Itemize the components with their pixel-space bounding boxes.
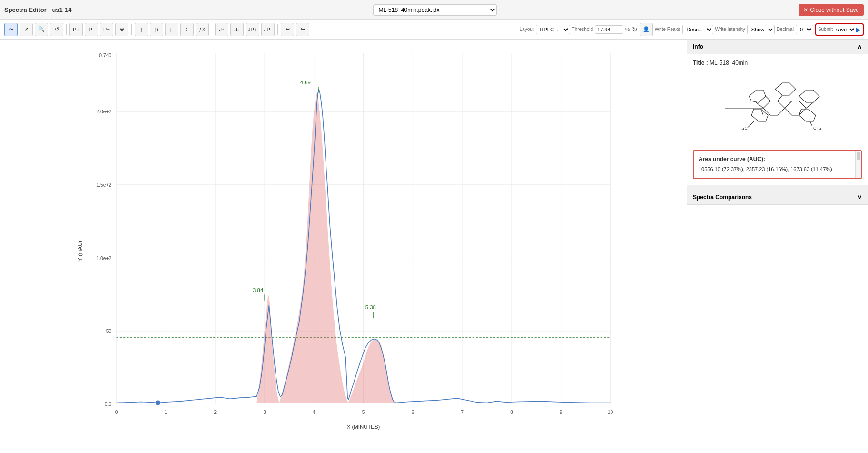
title-value: ML-518_40min — [710, 60, 748, 66]
file-selector: ML-518_40min.peak.jdx — [373, 4, 497, 16]
j-up-icon: J↑ — [219, 27, 225, 32]
info-title: Title : ML-518_40min — [693, 60, 862, 66]
sum-icon: Σ — [186, 27, 189, 32]
jp-plus-button[interactable]: JP+ — [246, 23, 259, 36]
jp-minus-icon: JP- — [264, 27, 272, 32]
integral-minus-icon: ∫- — [170, 27, 174, 32]
y-axis-label: Y (mAU) — [77, 241, 83, 262]
submit-select[interactable]: save — [833, 25, 856, 34]
x-tick-4: 4 — [313, 410, 316, 415]
svg-text:CH₃: CH₃ — [813, 126, 821, 131]
fx-button[interactable]: ƒX — [196, 23, 209, 36]
peak-label-2: 3.84 — [253, 287, 264, 293]
jp-minus-button[interactable]: JP- — [261, 23, 275, 36]
info-section-header[interactable]: Info ∧ — [687, 40, 868, 54]
redo-icon: ↪ — [301, 26, 305, 32]
file-dropdown[interactable]: ML-518_40min.peak.jdx — [373, 4, 497, 16]
spectra-comparisons-header[interactable]: Spectra Comparisons ∨ — [687, 190, 868, 204]
loupe-icon: 🔍 — [38, 26, 45, 32]
pan-button[interactable]: ↗ — [20, 23, 33, 36]
write-intensity-label: Write Intensity — [715, 27, 745, 32]
peak-mark-button[interactable]: P~ — [100, 23, 113, 36]
zoom-button[interactable]: 〜 — [4, 23, 18, 36]
peak-add-button[interactable]: P+ — [69, 23, 83, 36]
separator-4 — [277, 24, 278, 35]
x-tick-1: 1 — [165, 410, 168, 415]
crosshair-button[interactable]: ⊕ — [115, 23, 128, 36]
peak-label-3: 5.38 — [365, 304, 376, 310]
auc-title: Area under curve (AUC): — [699, 156, 856, 162]
right-panel: Info ∧ Title : ML-518_40min — [687, 40, 868, 453]
write-peaks-select[interactable]: Desc... — [682, 25, 713, 34]
threshold-refresh-button[interactable]: ↻ — [632, 26, 638, 33]
write-peaks-label: Write Peaks — [655, 27, 681, 32]
peak-remove-icon: P- — [89, 27, 94, 32]
chart-area[interactable]: 4.69 3.84 5.38 0.0 50 1.0e+2 1.5e+2 2.0e… — [0, 40, 687, 453]
threshold-input[interactable] — [595, 25, 623, 34]
undo-button[interactable]: ↩ — [281, 23, 294, 36]
svg-line-38 — [748, 121, 754, 127]
decimal-label: Decimal — [777, 27, 794, 32]
peak-label-1: 4.69 — [300, 80, 311, 85]
crosshair-icon: ⊕ — [120, 26, 124, 32]
peak-remove-button[interactable]: P- — [85, 23, 98, 36]
submit-play-icon: ▶ — [856, 26, 861, 33]
user-icon: 👤 — [643, 26, 650, 32]
auc-box: Area under curve (AUC): 10556.10 (72.37%… — [693, 150, 862, 179]
spectrum-chart: 4.69 3.84 5.38 0.0 50 1.0e+2 1.5e+2 2.0e… — [4, 43, 683, 449]
x-axis-label: X (MINUTES) — [347, 424, 380, 430]
x-tick-0: 0 — [115, 410, 118, 415]
submit-group: Submit save ▶ — [815, 23, 864, 36]
reset-button[interactable]: ↺ — [50, 23, 63, 36]
svg-line-36 — [806, 102, 813, 108]
decimal-select[interactable]: 0 — [796, 25, 813, 34]
redo-button[interactable]: ↪ — [296, 23, 309, 36]
write-intensity-select[interactable]: Show — [747, 25, 775, 34]
j-down-button[interactable]: J↓ — [230, 23, 244, 36]
integral-plus-icon: ∫+ — [154, 27, 158, 32]
j-up-button[interactable]: J↑ — [215, 23, 228, 36]
integral-minus-button[interactable]: ∫- — [165, 23, 178, 36]
info-section-content: Title : ML-518_40min — [687, 54, 868, 185]
submit-button[interactable]: ▶ — [856, 26, 861, 33]
svg-line-40 — [810, 121, 812, 126]
peak-mark-icon: P~ — [103, 27, 110, 32]
layout-select[interactable]: HPLC ... — [536, 25, 570, 34]
refresh-icon: ↻ — [632, 26, 638, 33]
peak-add-icon: P+ — [73, 27, 79, 32]
integral-icon: ∫ — [140, 27, 142, 32]
y-tick-50: 50 — [106, 329, 112, 334]
write-intensity-control: Write Intensity Show — [715, 25, 775, 34]
y-tick-200: 2.0e+2 — [96, 109, 111, 114]
x-tick-6: 6 — [411, 410, 414, 415]
svg-line-35 — [785, 101, 792, 108]
spectra-comparisons-section: Spectra Comparisons ∨ — [687, 190, 868, 205]
info-section: Info ∧ Title : ML-518_40min — [687, 40, 868, 185]
sum-button[interactable]: Σ — [180, 23, 194, 36]
threshold-user-button[interactable]: 👤 — [640, 23, 653, 36]
x-tick-2: 2 — [214, 410, 217, 415]
x-tick-9: 9 — [560, 410, 562, 415]
auc-scrollbar[interactable] — [855, 151, 861, 178]
threshold-unit: % — [625, 27, 630, 32]
j-down-icon: J↓ — [235, 27, 240, 32]
write-peaks-control: Write Peaks Desc... — [655, 25, 713, 34]
close-without-save-button[interactable]: ✕ Close without Save — [799, 4, 864, 16]
svg-line-25 — [756, 102, 763, 108]
jp-plus-icon: JP+ — [248, 27, 257, 32]
integral-plus-button[interactable]: ∫+ — [150, 23, 163, 36]
integral-button[interactable]: ∫ — [135, 23, 148, 36]
main-content: 4.69 3.84 5.38 0.0 50 1.0e+2 1.5e+2 2.0e… — [0, 40, 868, 453]
layout-label: Layout — [520, 27, 534, 32]
loupe-button[interactable]: 🔍 — [35, 23, 48, 36]
svg-marker-26 — [775, 83, 796, 95]
spectra-comparisons-label: Spectra Comparisons — [693, 194, 752, 201]
separator-3 — [212, 24, 212, 35]
y-tick-0: 0.0 — [105, 402, 112, 407]
auc-values: 10556.10 (72.37%), 2357.23 (16.16%), 167… — [699, 165, 856, 173]
panel-spacer — [687, 185, 868, 190]
pan-icon: ↗ — [24, 26, 29, 32]
svg-marker-28 — [799, 90, 819, 102]
app-container: Spectra Editor - us1-14 ML-518_40min.pea… — [0, 0, 868, 453]
submit-label: Submit — [818, 27, 833, 32]
